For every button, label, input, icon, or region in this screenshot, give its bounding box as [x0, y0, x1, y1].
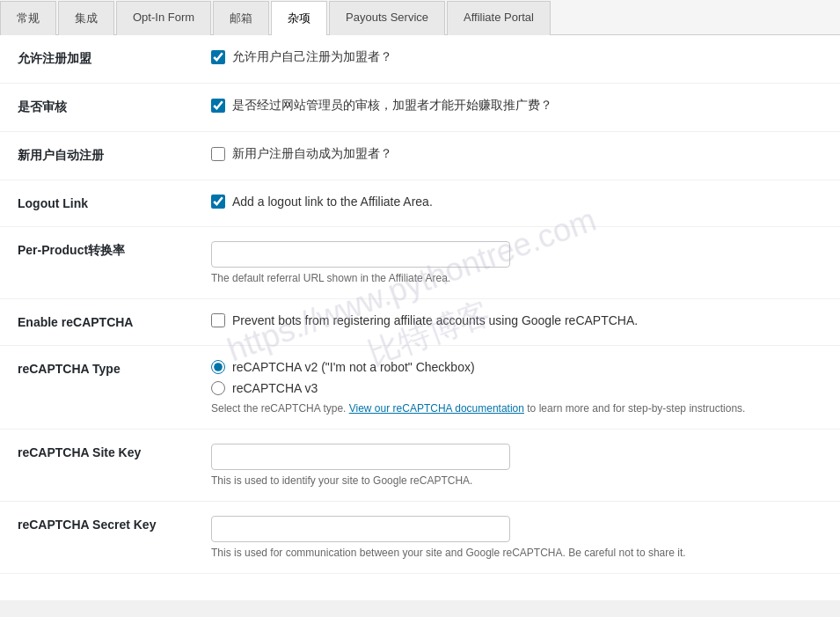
hint-recaptcha-site-key: This is used to identify your site to Go… [211, 474, 822, 487]
setting-row-recaptcha-secret-key: reCAPTCHA Secret KeyThis is used for com… [0, 502, 840, 574]
tab-集成[interactable]: 集成 [58, 1, 114, 35]
checkbox-label-logout-link: Add a logout link to the Affiliate Area. [232, 195, 433, 209]
checkbox-enable-recaptcha[interactable] [211, 313, 225, 327]
setting-control-recaptcha-secret-key: This is used for communication between y… [211, 516, 822, 559]
setting-label-require-review: 是否审核 [18, 98, 211, 115]
checkbox-label-auto-register: 新用户注册自动成为加盟者？ [232, 146, 392, 162]
hint-recaptcha-type: Select the reCAPTCHA type. View our reCA… [211, 402, 822, 415]
input-per-product-rate[interactable] [211, 241, 510, 268]
tab-opt-in-form[interactable]: Opt-In Form [116, 1, 211, 35]
setting-label-allow-registration: 允许注册加盟 [18, 49, 211, 67]
radio-recaptcha-type-v2[interactable] [211, 360, 225, 374]
setting-control-per-product-rate: The default referral URL shown in the Af… [211, 241, 822, 284]
tab-邮箱[interactable]: 邮箱 [213, 1, 269, 35]
checkbox-label-require-review: 是否经过网站管理员的审核，加盟者才能开始赚取推广费？ [232, 98, 552, 114]
checkbox-auto-register[interactable] [211, 147, 225, 161]
input-recaptcha-secret-key[interactable] [211, 516, 510, 542]
setting-row-allow-registration: 允许注册加盟允许用户自己注册为加盟者？ [0, 35, 840, 84]
radio-recaptcha-type-v3[interactable] [211, 381, 225, 395]
setting-control-recaptcha-type: reCAPTCHA v2 ("I'm not a robot" Checkbox… [211, 360, 822, 415]
checkbox-require-review[interactable] [211, 99, 225, 113]
tab-payouts-service[interactable]: Payouts Service [329, 1, 445, 35]
setting-label-recaptcha-secret-key: reCAPTCHA Secret Key [18, 516, 211, 532]
setting-label-logout-link: Logout Link [18, 195, 211, 210]
tab-bar: 常规集成Opt-In Form邮箱杂项Payouts ServiceAffili… [0, 0, 840, 35]
setting-label-per-product-rate: Per-Product转换率 [18, 241, 211, 259]
checkbox-label-enable-recaptcha: Prevent bots from registering affiliate … [232, 313, 638, 327]
setting-row-auto-register: 新用户自动注册新用户注册自动成为加盟者？ [0, 132, 840, 180]
radio-label-recaptcha-type-v3: reCAPTCHA v3 [232, 381, 318, 395]
checkbox-label-allow-registration: 允许用户自己注册为加盟者？ [232, 49, 392, 65]
setting-row-recaptcha-type: reCAPTCHA TypereCAPTCHA v2 ("I'm not a r… [0, 346, 840, 430]
setting-control-enable-recaptcha: Prevent bots from registering affiliate … [211, 313, 822, 331]
setting-row-require-review: 是否审核是否经过网站管理员的审核，加盟者才能开始赚取推广费？ [0, 84, 840, 132]
hint-recaptcha-secret-key: This is used for communication between y… [211, 547, 822, 559]
setting-control-recaptcha-site-key: This is used to identify your site to Go… [211, 444, 822, 487]
checkbox-allow-registration[interactable] [211, 50, 225, 64]
setting-control-allow-registration: 允许用户自己注册为加盟者？ [211, 49, 822, 69]
settings-content: 允许注册加盟允许用户自己注册为加盟者？是否审核是否经过网站管理员的审核，加盟者才… [0, 35, 840, 600]
tab-杂项[interactable]: 杂项 [271, 1, 327, 35]
setting-label-recaptcha-type: reCAPTCHA Type [18, 360, 211, 376]
setting-row-recaptcha-site-key: reCAPTCHA Site KeyThis is used to identi… [0, 430, 840, 502]
setting-control-auto-register: 新用户注册自动成为加盟者？ [211, 146, 822, 165]
recaptcha-docs-link[interactable]: View our reCAPTCHA documentation [349, 402, 524, 415]
setting-row-per-product-rate: Per-Product转换率The default referral URL s… [0, 227, 840, 299]
checkbox-logout-link[interactable] [211, 195, 225, 209]
radio-label-recaptcha-type-v2: reCAPTCHA v2 ("I'm not a robot" Checkbox… [232, 360, 475, 374]
setting-row-logout-link: Logout LinkAdd a logout link to the Affi… [0, 180, 840, 227]
setting-control-logout-link: Add a logout link to the Affiliate Area. [211, 195, 822, 212]
setting-control-require-review: 是否经过网站管理员的审核，加盟者才能开始赚取推广费？ [211, 98, 822, 117]
hint-per-product-rate: The default referral URL shown in the Af… [211, 272, 822, 284]
setting-label-auto-register: 新用户自动注册 [18, 146, 211, 164]
tab-affiliate-portal[interactable]: Affiliate Portal [447, 1, 551, 35]
page-container: 常规集成Opt-In Form邮箱杂项Payouts ServiceAffili… [0, 0, 840, 600]
tab-常规[interactable]: 常规 [0, 1, 56, 35]
setting-row-enable-recaptcha: Enable reCAPTCHAPrevent bots from regist… [0, 299, 840, 346]
input-recaptcha-site-key[interactable] [211, 444, 510, 470]
setting-label-enable-recaptcha: Enable reCAPTCHA [18, 313, 211, 329]
setting-label-recaptcha-site-key: reCAPTCHA Site Key [18, 444, 211, 459]
